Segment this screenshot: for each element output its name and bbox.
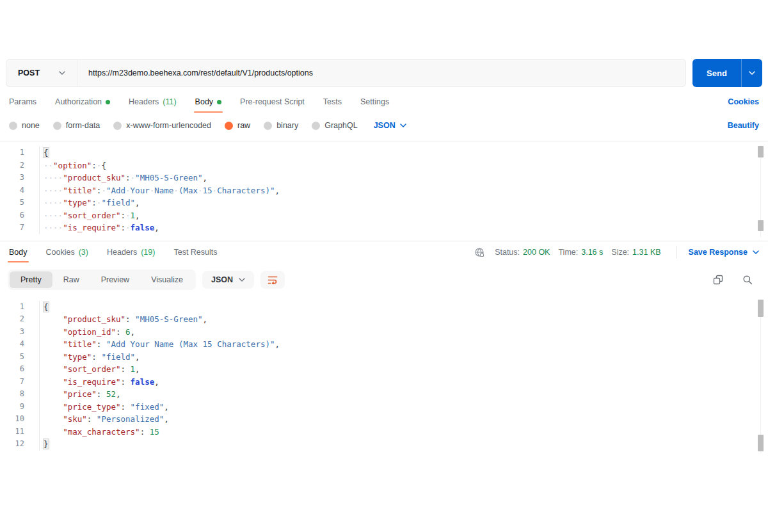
status-label: Status:	[495, 248, 520, 257]
body-type-none[interactable]: none	[9, 121, 40, 130]
vertical-divider	[676, 246, 676, 259]
line-number: 7	[0, 376, 24, 389]
network-globe-lock-icon[interactable]	[474, 247, 485, 258]
chevron-down-icon	[753, 250, 759, 254]
line-number: 12	[0, 438, 24, 451]
line-number: 3	[0, 172, 24, 184]
response-body-viewer[interactable]: 1{2 "product_sku": "MH05-S-Green",3 "opt…	[0, 296, 768, 456]
radio-icon	[264, 122, 272, 130]
view-mode-visualize[interactable]: Visualize	[140, 271, 194, 288]
code-line: 11 "max_characters": 15	[0, 426, 768, 439]
body-type-raw[interactable]: raw	[225, 121, 250, 130]
code-content: "product_sku": "MH05-S-Green",	[39, 313, 768, 326]
tab-count: (3)	[79, 248, 88, 257]
send-button-label: Send	[692, 59, 741, 87]
code-line: 9 "price_type": "fixed",	[0, 401, 768, 414]
code-line: 10 "sku": "Personalized",	[0, 413, 768, 426]
cookies-link[interactable]: Cookies	[728, 90, 759, 114]
tab-label: Headers	[129, 97, 159, 106]
response-tab-headers[interactable]: Headers (19)	[107, 241, 155, 264]
language-label: JSON	[211, 275, 233, 284]
code-line: 4 "title": "Add Your Name (Max 15 Charac…	[0, 338, 768, 351]
request-language-select[interactable]: JSON	[374, 121, 406, 130]
line-number: 5	[0, 351, 24, 364]
code-content: ····"product_sku":·"MH05-S-Green",	[39, 172, 768, 184]
time-value: 3.16 s	[581, 248, 603, 257]
code-content: ····"type":·"field",	[39, 197, 768, 209]
send-options-caret[interactable]	[741, 59, 762, 87]
chevron-down-icon	[239, 278, 245, 282]
body-type-label: x-www-form-urlencoded	[126, 121, 211, 130]
top-blank-area	[0, 0, 768, 59]
view-mode-pretty[interactable]: Pretty	[10, 271, 52, 288]
radio-icon	[53, 122, 61, 130]
code-content: ··"option":·{	[39, 159, 768, 172]
code-line: 12}	[0, 438, 768, 451]
tab-settings[interactable]: Settings	[360, 90, 389, 114]
body-type-binary[interactable]: binary	[264, 121, 298, 130]
code-content: "is_require": false,	[39, 376, 768, 389]
wrap-lines-button[interactable]	[260, 271, 285, 289]
body-type-label: none	[22, 121, 40, 130]
save-response-button[interactable]: Save Response	[689, 248, 759, 257]
code-line: 5····"type":·"field",	[0, 197, 768, 209]
body-type-label: GraphQL	[324, 121, 357, 130]
line-number: 10	[0, 413, 24, 426]
tab-authorization[interactable]: Authorization	[55, 90, 110, 114]
code-content: "max_characters": 15	[39, 426, 768, 439]
chevron-down-icon	[59, 71, 65, 75]
send-button[interactable]: Send	[692, 59, 762, 87]
line-number: 3	[0, 326, 24, 339]
line-number: 1	[0, 301, 24, 314]
tab-params[interactable]: Params	[9, 90, 36, 114]
code-line: 1{	[0, 147, 768, 159]
url-input[interactable]: https://m23demo.beehexa.com/rest/default…	[77, 69, 313, 77]
request-body-editor[interactable]: 1{2··"option":·{3····"product_sku":·"MH0…	[0, 141, 768, 240]
save-response-label: Save Response	[689, 248, 748, 257]
code-content: ····"is_require":·false,	[39, 222, 768, 234]
view-mode-raw[interactable]: Raw	[52, 271, 90, 288]
size-metric[interactable]: Size: 1.31 KB	[611, 248, 660, 257]
line-number: 2	[0, 159, 24, 172]
response-tabs-row: Body Cookies (3) Headers (19) Test Resul…	[9, 241, 759, 264]
line-number: 5	[0, 197, 24, 209]
body-type-form-data[interactable]: form-data	[53, 121, 100, 130]
response-tab-cookies[interactable]: Cookies (3)	[46, 241, 88, 264]
code-content: {	[39, 301, 768, 314]
search-icon[interactable]	[742, 275, 753, 285]
method-select[interactable]: POST	[6, 60, 77, 86]
tab-pre-request-script[interactable]: Pre-request Script	[240, 90, 305, 114]
code-line: 7····"is_require":·false,	[0, 222, 768, 234]
green-dot-icon	[106, 100, 110, 104]
tab-label: Pre-request Script	[240, 97, 305, 106]
body-type-label: form-data	[66, 121, 100, 130]
code-line: 6 "sort_order": 1,	[0, 363, 768, 376]
view-mode-preview[interactable]: Preview	[90, 271, 140, 288]
tab-tests[interactable]: Tests	[323, 90, 342, 114]
tab-count: (19)	[141, 248, 155, 257]
request-url-row: POST https://m23demo.beehexa.com/rest/de…	[6, 59, 762, 87]
beautify-link[interactable]: Beautify	[728, 121, 759, 130]
response-view-toolbar: Pretty Raw Preview Visualize JSON	[8, 268, 760, 291]
tab-label: Tests	[323, 97, 342, 106]
code-content: }	[39, 438, 768, 451]
line-number: 4	[0, 338, 24, 351]
wrap-lines-icon	[268, 275, 278, 284]
body-type-x-www-form-urlencoded[interactable]: x-www-form-urlencoded	[113, 121, 211, 130]
response-language-select[interactable]: JSON	[202, 271, 254, 289]
time-metric[interactable]: Time: 3.16 s	[558, 248, 603, 257]
status-metric[interactable]: Status: 200 OK	[495, 248, 550, 257]
scrollbar-thumb[interactable]	[758, 300, 764, 317]
code-content: "title": "Add Your Name (Max 15 Characte…	[39, 338, 768, 351]
code-line: 7 "is_require": false,	[0, 376, 768, 389]
response-tab-test-results[interactable]: Test Results	[173, 241, 217, 264]
copy-icon[interactable]	[713, 275, 723, 285]
chevron-down-icon	[400, 124, 406, 127]
scrollbar-thumb[interactable]	[758, 146, 764, 157]
tab-headers[interactable]: Headers (11)	[129, 90, 177, 114]
request-tabs: Params Authorization Headers (11) Body P…	[9, 90, 759, 114]
body-type-graphql[interactable]: GraphQL	[312, 121, 357, 130]
code-line: 2 "product_sku": "MH05-S-Green",	[0, 313, 768, 326]
response-tab-body[interactable]: Body	[9, 241, 28, 264]
tab-body[interactable]: Body	[195, 90, 222, 114]
